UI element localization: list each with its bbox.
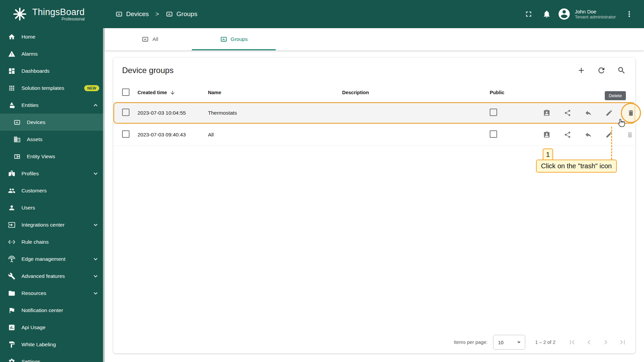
user-info[interactable]: John Doe Tenant administrator: [575, 9, 616, 19]
sidebar-item-assets[interactable]: Assets: [0, 131, 105, 148]
content-area: AllGroups Device groups Created timeName…: [105, 28, 644, 362]
settings-icon: [8, 358, 15, 362]
first-page-button[interactable]: [565, 335, 580, 350]
app-root: ThingsBoard Professional HomeAlarmsDashb…: [0, 0, 644, 362]
next-page-button[interactable]: [598, 335, 613, 350]
sidebar: ThingsBoard Professional HomeAlarmsDashb…: [0, 0, 105, 362]
bell-icon: [542, 10, 551, 18]
annotation-connector-line: [611, 127, 612, 160]
devices-icon: [115, 10, 123, 18]
sidebar-item-devices[interactable]: Devices: [0, 114, 105, 131]
white-labeling-icon: [8, 341, 15, 348]
public-checkbox[interactable]: [490, 130, 497, 138]
tab-all[interactable]: All: [108, 28, 192, 50]
sidebar-item-alarms[interactable]: Alarms: [0, 45, 105, 62]
chevron-down-icon[interactable]: [92, 290, 99, 297]
column-header-description[interactable]: Description: [342, 90, 490, 95]
table-row-all[interactable]: 2023-07-03 09:40:43All: [113, 124, 635, 146]
column-header-created-time[interactable]: Created time: [138, 90, 208, 96]
page-size-select[interactable]: 10: [493, 335, 525, 350]
edit-button[interactable]: [602, 128, 616, 141]
row-actions: [540, 128, 644, 141]
prev-page-button[interactable]: [582, 335, 596, 350]
more-vert-icon: [625, 10, 634, 18]
top-bar: Devices>Groups John Doe Tenant administr…: [105, 0, 644, 28]
tab-bar: AllGroups: [105, 28, 644, 50]
manage-users-button[interactable]: [540, 128, 553, 141]
delete-icon: [626, 131, 634, 138]
breadcrumb-item-groups[interactable]: Groups: [166, 10, 197, 18]
sidebar-item-dashboards[interactable]: Dashboards: [0, 62, 105, 79]
cell-name: All: [208, 132, 342, 138]
sidebar-item-customers[interactable]: Customers: [0, 182, 105, 199]
device-groups-card: Device groups Created timeNameDescriptio…: [113, 58, 635, 353]
sidebar-item-integrations-center[interactable]: Integrations center: [0, 216, 105, 233]
sidebar-item-label: Entities: [21, 102, 39, 108]
sort-desc-icon[interactable]: [170, 90, 175, 96]
make-private-button[interactable]: [582, 106, 595, 120]
sidebar-item-api-usage[interactable]: Api Usage: [0, 319, 105, 336]
chevron-down-icon[interactable]: [92, 255, 99, 263]
sidebar-item-rule-chains[interactable]: Rule chains: [0, 233, 105, 250]
fullscreen-button[interactable]: [521, 7, 536, 21]
card-tools: [577, 66, 626, 75]
search-button[interactable]: [617, 66, 626, 75]
sidebar-item-entity-views[interactable]: Entity Views: [0, 148, 105, 165]
row-checkbox[interactable]: [122, 109, 129, 116]
chevron-down-icon[interactable]: [92, 221, 99, 229]
main-area: Devices>Groups John Doe Tenant administr…: [105, 0, 644, 362]
sidebar-item-label: Customers: [21, 188, 47, 194]
breadcrumb-item-devices[interactable]: Devices: [115, 10, 149, 18]
sidebar-item-advanced-features[interactable]: Advanced features: [0, 267, 105, 285]
paginator-range: 1 – 2 of 2: [535, 340, 555, 345]
sidebar-item-settings[interactable]: Settings: [0, 353, 105, 362]
column-header-name[interactable]: Name: [208, 90, 342, 95]
avatar[interactable]: [557, 7, 571, 21]
cell-created-time: 2023-07-03 10:04:55: [138, 110, 208, 116]
share-button[interactable]: [561, 128, 574, 141]
last-page-button[interactable]: [615, 335, 630, 350]
sidebar-item-white-labeling[interactable]: White Labeling: [0, 336, 105, 353]
plus-icon: [577, 66, 586, 75]
sidebar-item-label: Profiles: [21, 171, 39, 177]
sidebar-item-entities[interactable]: Entities: [0, 97, 105, 114]
refresh-button[interactable]: [597, 66, 606, 75]
sidebar-item-home[interactable]: Home: [0, 28, 105, 45]
notifications-button[interactable]: [539, 7, 554, 21]
notification-icon: [8, 307, 15, 314]
sidebar-item-users[interactable]: Users: [0, 199, 105, 216]
sidebar-item-notification-center[interactable]: Notification center: [0, 302, 105, 319]
row-checkbox[interactable]: [122, 130, 129, 138]
make-private-button[interactable]: [582, 128, 595, 141]
manage-users-button[interactable]: [540, 106, 553, 120]
chevron-down-icon[interactable]: [92, 170, 99, 177]
more-menu-button[interactable]: [622, 7, 637, 21]
devices-icon: [142, 36, 149, 43]
table-header: Created timeNameDescriptionPublic: [113, 83, 635, 102]
sidebar-item-label: Devices: [27, 119, 45, 125]
entities-icon: [8, 102, 15, 109]
delete-button[interactable]: [623, 128, 637, 141]
add-group-button[interactable]: [577, 66, 586, 75]
brand-name: ThingsBoard: [32, 7, 85, 17]
share-button[interactable]: [561, 106, 574, 120]
sidebar-item-edge-management[interactable]: Edge management: [0, 250, 105, 267]
breadcrumb: Devices>Groups: [115, 10, 197, 18]
edit-button[interactable]: [602, 106, 616, 120]
select-all-checkbox[interactable]: [122, 88, 129, 96]
paginator: Items per page: 10 1 – 2 of 2: [113, 331, 635, 353]
sidebar-item-profiles[interactable]: Profiles: [0, 165, 105, 182]
chevron-down-icon[interactable]: [92, 273, 99, 280]
sidebar-item-resources[interactable]: Resources: [0, 285, 105, 302]
brand-logo[interactable]: ThingsBoard Professional: [0, 0, 105, 28]
api-usage-icon: [8, 324, 15, 331]
column-header-public[interactable]: Public: [490, 90, 540, 95]
chevron-up-icon[interactable]: [92, 102, 99, 109]
tab-groups[interactable]: Groups: [192, 28, 276, 50]
sidebar-item-label: Edge management: [21, 256, 65, 262]
sidebar-item-solution-templates[interactable]: Solution templatesNEW: [0, 79, 105, 97]
devices-icon: [220, 36, 227, 43]
public-checkbox[interactable]: [490, 109, 497, 116]
table-row-thermostats[interactable]: 2023-07-03 10:04:55Thermostats: [113, 102, 635, 124]
customers-icon: [8, 187, 15, 194]
